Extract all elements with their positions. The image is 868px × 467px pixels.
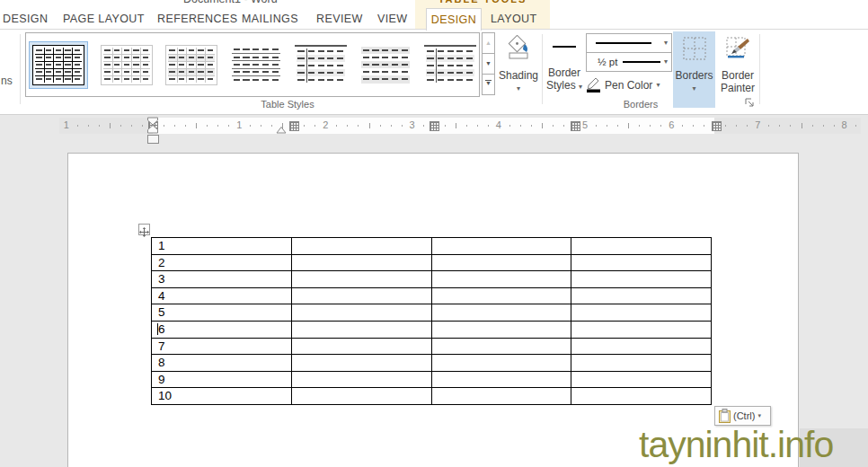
table-cell-r2c4[interactable] xyxy=(571,255,711,271)
table-cell-r5c3[interactable] xyxy=(432,304,571,321)
right-indent-icon[interactable] xyxy=(276,127,287,134)
thumb-dash xyxy=(54,48,64,54)
table-cell-r4c2[interactable] xyxy=(292,288,431,304)
gallery-scroll-down-icon[interactable]: ▼ xyxy=(482,53,495,75)
table-cell-r1c4[interactable] xyxy=(571,238,711,254)
tab-design-main[interactable]: DESIGN xyxy=(3,13,48,25)
tab-table-design-selected[interactable]: DESIGN xyxy=(426,8,482,31)
indent-markers[interactable] xyxy=(146,117,159,134)
table-cell-r10c1[interactable]: 10 xyxy=(152,388,291,404)
table-column-marker-icon[interactable] xyxy=(571,121,580,131)
left-indent-icon[interactable] xyxy=(147,135,159,144)
table-cell-r3c1[interactable]: 3 xyxy=(152,271,291,287)
ruler-number: 3 xyxy=(408,119,417,130)
document-table[interactable]: 12345678910 xyxy=(151,237,712,405)
table-cell-r2c3[interactable] xyxy=(432,255,571,271)
table-style-option-grid-banded[interactable] xyxy=(165,45,217,85)
table-cell-r7c3[interactable] xyxy=(432,339,571,355)
table-cell-r6c1[interactable]: 6 xyxy=(152,322,291,338)
pen-color-button[interactable]: Pen Color ▾ xyxy=(586,75,674,94)
table-cell-r10c4[interactable] xyxy=(571,388,711,404)
table-cell-r4c4[interactable] xyxy=(571,288,711,304)
thumb-dash xyxy=(197,76,207,83)
table-style-option-grid-black[interactable] xyxy=(32,45,84,85)
thumb-dash xyxy=(261,76,270,83)
table-column-marker-icon[interactable] xyxy=(430,121,439,131)
table-cell-r6c2[interactable] xyxy=(292,322,431,338)
gallery-scroll-up-icon[interactable]: ▲ xyxy=(482,32,495,54)
ruler-tick xyxy=(207,125,208,127)
line-style-sample-icon xyxy=(596,42,651,44)
table-cell-r2c1[interactable]: 2 xyxy=(152,255,291,271)
table-cell-r1c1[interactable]: 1 xyxy=(152,238,291,254)
borders-button[interactable]: Borders ▾ xyxy=(673,31,715,108)
table-cell-r5c4[interactable] xyxy=(571,304,711,321)
pen-color-dropdown-arrow-icon: ▾ xyxy=(656,81,660,89)
tab-view[interactable]: VIEW xyxy=(377,13,408,25)
table-cell-r10c2[interactable] xyxy=(292,388,431,404)
dialog-launcher-icon[interactable] xyxy=(744,97,755,108)
line-style-combobox[interactable]: ▾ xyxy=(586,33,672,53)
thumb-dash xyxy=(122,55,132,61)
table-cell-r7c4[interactable] xyxy=(571,339,711,355)
line-style-dropdown-arrow-icon[interactable]: ▾ xyxy=(664,39,668,47)
table-style-option-header-col[interactable] xyxy=(424,45,476,85)
ruler[interactable]: 112345678 xyxy=(59,118,861,134)
table-cell-r8c3[interactable] xyxy=(432,355,571,371)
thumb-row xyxy=(361,75,410,83)
thumb-dash xyxy=(73,48,82,54)
table-cell-r9c1[interactable]: 9 xyxy=(152,372,291,388)
table-cell-r9c2[interactable] xyxy=(292,372,431,388)
thumb-dash xyxy=(64,55,74,61)
table-cell-r8c4[interactable] xyxy=(571,355,711,371)
table-cell-r10c3[interactable] xyxy=(432,388,571,404)
table-cell-r4c1[interactable]: 4 xyxy=(152,288,291,304)
table-cell-r5c1[interactable]: 5 xyxy=(152,304,291,321)
gallery-more-icon[interactable]: ▼ xyxy=(482,74,495,95)
tab-references[interactable]: REFERENCES xyxy=(157,13,237,25)
table-cell-r9c3[interactable] xyxy=(432,372,571,388)
table-cell-r9c4[interactable] xyxy=(571,372,711,388)
table-column-marker-icon[interactable] xyxy=(289,121,299,131)
thumb-row xyxy=(232,61,280,68)
table-cell-r1c2[interactable] xyxy=(292,238,431,254)
table-cell-r6c3[interactable] xyxy=(432,322,571,338)
line-weight-combobox[interactable]: ½ pt ▾ xyxy=(586,52,672,72)
table-cell-r1c3[interactable] xyxy=(432,238,571,254)
group-divider xyxy=(759,34,760,104)
table-style-option-rows[interactable] xyxy=(230,45,282,85)
table-style-option-header-col[interactable] xyxy=(295,45,347,85)
table-cell-r7c1[interactable]: 7 xyxy=(152,339,291,355)
table-style-selected-frame[interactable] xyxy=(29,41,88,89)
table-cell-r8c1[interactable]: 8 xyxy=(152,355,291,371)
thumb-dash xyxy=(103,48,113,54)
gallery-scrollbar[interactable]: ▲ ▼ ▼ xyxy=(482,32,495,97)
thumb-dash xyxy=(456,55,465,62)
line-weight-dropdown-arrow-icon[interactable]: ▾ xyxy=(664,57,668,66)
table-style-option-banded[interactable] xyxy=(359,45,412,85)
tab-page-layout[interactable]: PAGE LAYOUT xyxy=(63,13,145,25)
ruler-tick xyxy=(682,125,683,127)
table-cell-r2c2[interactable] xyxy=(292,255,431,271)
table-cell-r3c3[interactable] xyxy=(432,271,571,287)
table-cell-r5c2[interactable] xyxy=(292,304,431,321)
shading-button[interactable]: Shading ▾ xyxy=(496,32,541,101)
tab-mailings[interactable]: MAILINGS xyxy=(242,13,298,25)
table-column-marker-icon[interactable] xyxy=(712,121,722,131)
thumb-dash xyxy=(132,76,142,83)
tab-review[interactable]: REVIEW xyxy=(316,13,363,25)
table-cell-r3c2[interactable] xyxy=(292,271,431,287)
table-cell-r8c2[interactable] xyxy=(292,355,431,371)
thumb-dash xyxy=(252,54,261,60)
table-cell-r4c3[interactable] xyxy=(432,288,571,304)
ruler-tick xyxy=(617,125,618,127)
tab-table-layout[interactable]: LAYOUT xyxy=(491,13,537,25)
table-style-option-grid-light[interactable] xyxy=(101,45,153,85)
ruler-tick xyxy=(704,125,704,127)
border-styles-button[interactable]: Border Styles ▾ xyxy=(544,32,585,101)
table-cell-r7c2[interactable] xyxy=(292,339,431,355)
table-cell-r6c4[interactable] xyxy=(571,322,711,338)
table-cell-r3c4[interactable] xyxy=(571,271,711,287)
table-move-handle[interactable] xyxy=(138,224,150,235)
paste-options-button[interactable]: (Ctrl) ▾ xyxy=(714,406,771,426)
